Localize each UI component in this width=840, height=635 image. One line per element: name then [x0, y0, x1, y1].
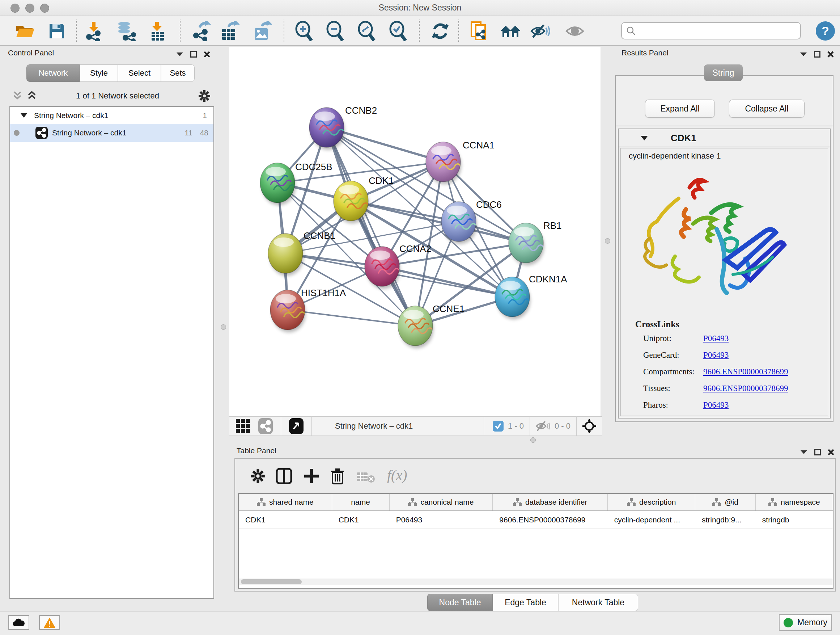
refresh-icon	[431, 22, 450, 41]
houses-icon	[500, 23, 521, 40]
show-graphics-details-button[interactable]	[564, 21, 585, 42]
string-query-button[interactable]	[500, 21, 521, 42]
node-CDKN1A[interactable]: CDKN1A	[495, 274, 567, 319]
export-network-button[interactable]	[191, 21, 212, 42]
zoom-selected-icon	[388, 21, 408, 41]
node-RB1[interactable]: RB1	[508, 220, 562, 265]
genecard-link[interactable]: P06493	[703, 350, 729, 360]
show-columns-icon[interactable]	[276, 468, 292, 484]
tissues-link[interactable]: 9606.ENSP00000378699	[703, 384, 788, 393]
expand-all-button[interactable]: Expand All	[645, 100, 715, 118]
compartments-link[interactable]: 9606.ENSP00000378699	[703, 367, 788, 377]
tab-edge-table[interactable]: Edge Table	[493, 594, 558, 611]
collection-count: 1	[202, 111, 207, 120]
save-session-button[interactable]	[46, 21, 67, 42]
import-network-database-button[interactable]	[115, 21, 136, 42]
export-table-button[interactable]	[219, 21, 240, 42]
zoom-out-button[interactable]	[325, 21, 346, 42]
crosshair-icon[interactable]	[582, 418, 597, 434]
memory-button[interactable]: Memory	[779, 614, 832, 631]
string-network-graph[interactable]: CCNB2CCNA1CDC25BCDK1CDC6RB1CCNB1CCNA2CDK…	[229, 47, 600, 416]
left-splitter-handle[interactable]	[221, 325, 226, 330]
panel-menu-icon[interactable]	[176, 52, 184, 57]
network-row-selected[interactable]: String Network – cdk1 11 48	[10, 124, 213, 142]
close-panel-icon[interactable]	[827, 448, 835, 456]
float-panel-icon[interactable]	[190, 51, 197, 57]
search-box[interactable]	[621, 22, 801, 40]
network-canvas[interactable]: CCNB2CCNA1CDC25BCDK1CDC6RB1CCNB1CCNA2CDK…	[229, 47, 600, 416]
tab-style[interactable]: Style	[80, 65, 118, 82]
delete-column-trash-icon[interactable]	[330, 468, 345, 485]
export-image-button[interactable]	[252, 21, 273, 42]
import-network-file-button[interactable]	[84, 21, 105, 42]
export-image-icon	[253, 21, 272, 41]
panel-menu-icon[interactable]	[800, 450, 808, 455]
hide-graphics-details-button[interactable]	[530, 21, 551, 42]
tree-column-icon	[712, 498, 721, 506]
tab-select[interactable]: Select	[118, 65, 161, 82]
tab-network-table[interactable]: Network Table	[558, 594, 638, 611]
collapse-all-icon[interactable]	[12, 90, 22, 101]
network-type-icon[interactable]	[258, 418, 273, 434]
right-splitter-handle[interactable]	[605, 238, 610, 244]
uniprot-link[interactable]: P06493	[703, 334, 729, 343]
tab-string[interactable]: String	[704, 65, 743, 81]
scrollbar-thumb[interactable]	[241, 579, 302, 584]
column-header[interactable]: shared name	[239, 494, 332, 510]
expand-all-icon[interactable]	[27, 90, 37, 101]
help-button[interactable]: ?	[816, 21, 835, 41]
column-header[interactable]: namespace	[756, 494, 833, 510]
import-table-button[interactable]	[147, 21, 168, 42]
collapse-all-button[interactable]: Collapse All	[729, 100, 805, 118]
birds-eye-view-icon[interactable]	[235, 418, 251, 434]
control-panel-tabs: Network Style Select Sets	[27, 65, 195, 82]
table-row[interactable]: CDK1 CDK1 P06493 9606.ENSP00000378699 cy…	[239, 511, 833, 529]
collapse-section-icon[interactable]	[640, 135, 648, 141]
node-CDC6[interactable]: CDC6	[441, 199, 502, 244]
node-CCNA2[interactable]: CCNA2	[365, 243, 431, 289]
column-header[interactable]: database identifier	[493, 494, 608, 510]
export-view-icon[interactable]	[289, 418, 303, 434]
protein-card-header[interactable]: CDK1	[619, 129, 830, 147]
table-settings-gear-icon[interactable]	[251, 469, 265, 483]
apply-layout-button[interactable]	[430, 21, 451, 42]
cloud-button[interactable]	[8, 615, 29, 630]
zoom-fit-button[interactable]	[356, 21, 377, 42]
tab-network[interactable]: Network	[27, 65, 80, 82]
panel-menu-icon[interactable]	[799, 52, 807, 57]
float-panel-icon[interactable]	[814, 449, 821, 455]
horizontal-scrollbar[interactable]	[239, 578, 833, 585]
node-label-CDC6: CDC6	[476, 199, 502, 210]
node-CCNE1[interactable]: CCNE1	[398, 303, 464, 348]
tab-node-table[interactable]: Node Table	[427, 594, 493, 611]
warnings-button[interactable]	[39, 615, 60, 630]
node-CDK1[interactable]: CDK1	[333, 175, 393, 223]
floppy-disk-icon	[48, 22, 65, 40]
tree-column-icon	[627, 498, 636, 506]
new-network-from-selection-button[interactable]	[469, 21, 489, 42]
edge-HIST1H1A-CCNE1[interactable]	[287, 310, 415, 326]
float-panel-icon[interactable]	[814, 51, 821, 57]
zoom-fit-icon	[357, 21, 376, 41]
pharos-link[interactable]: P06493	[703, 401, 729, 410]
zoom-selected-button[interactable]	[387, 21, 409, 42]
close-panel-icon[interactable]	[827, 51, 834, 58]
collection-expand-icon[interactable]	[20, 113, 27, 118]
column-header[interactable]: description	[608, 494, 695, 510]
search-input[interactable]	[636, 27, 800, 35]
gear-icon[interactable]	[198, 90, 210, 102]
tab-sets[interactable]: Sets	[161, 65, 195, 82]
edge-CCNA2-CDKN1A[interactable]	[382, 266, 512, 297]
close-panel-icon[interactable]	[203, 51, 210, 58]
add-column-icon[interactable]	[303, 468, 319, 484]
node-HIST1H1A[interactable]: HIST1H1A	[270, 287, 346, 333]
open-session-button[interactable]	[14, 21, 35, 42]
column-header[interactable]: name	[332, 494, 390, 510]
network-collection-row[interactable]: String Network – cdk1 1	[10, 107, 213, 124]
node-CCNB1[interactable]: CCNB1	[268, 230, 335, 276]
database-import-icon	[115, 21, 136, 41]
column-header[interactable]: @id	[695, 494, 756, 510]
node-table[interactable]: shared name name canonical name database…	[238, 493, 834, 589]
column-header[interactable]: canonical name	[390, 494, 493, 510]
zoom-in-button[interactable]	[294, 21, 314, 42]
